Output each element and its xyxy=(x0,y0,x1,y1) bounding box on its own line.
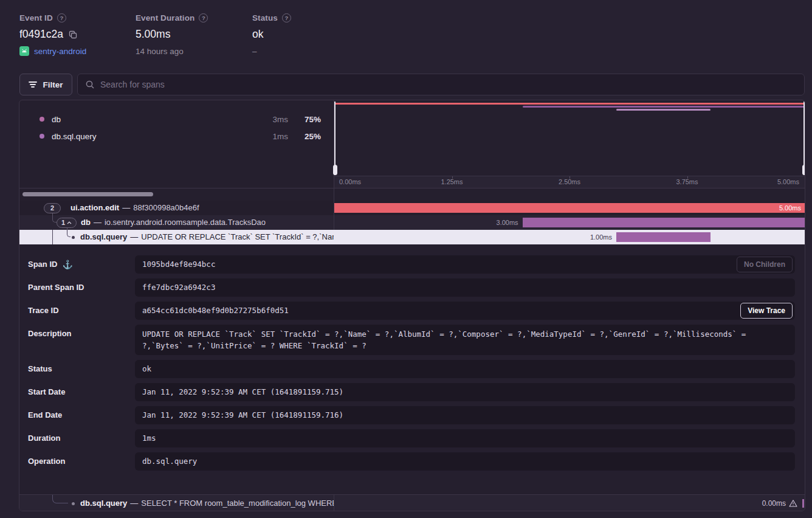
detail-value-duration: 1ms xyxy=(135,429,795,447)
span-tree: 2 ui.action.edit—88f300998a0b4e6f 5.00ms xyxy=(19,201,805,244)
detail-field-description: DescriptionUPDATE OR REPLACE `Track` SET… xyxy=(28,325,795,355)
help-icon[interactable]: ? xyxy=(282,13,291,22)
span-op: db.sql.query xyxy=(80,232,127,241)
tree-node-dot xyxy=(72,502,75,505)
detail-label-trace-id: Trace ID xyxy=(28,302,135,320)
detail-field-end-date: End DateJan 11, 2022 9:52:39 AM CET (164… xyxy=(28,406,795,424)
span-description: 88f300998a0b4e6f xyxy=(133,203,199,212)
project-name: sentry-android xyxy=(34,47,86,56)
span-duration-bar[interactable] xyxy=(616,232,710,242)
event-id-label: Event ID xyxy=(19,13,53,22)
filter-button[interactable]: Filter xyxy=(19,74,72,95)
detail-field-status: Statusok xyxy=(28,360,795,378)
help-icon[interactable]: ? xyxy=(199,13,208,22)
filter-button-label: Filter xyxy=(43,80,63,89)
detail-label-start-date: Start Date xyxy=(28,383,135,401)
axis-label: 1.25ms xyxy=(441,178,463,185)
event-duration-label: Event Duration xyxy=(136,13,194,22)
span-row-ui-action-edit[interactable]: 2 ui.action.edit—88f300998a0b4e6f 5.00ms xyxy=(19,201,805,215)
horizontal-scrollbar[interactable] xyxy=(22,192,153,196)
minimap-span-line xyxy=(334,103,805,105)
trace-minimap[interactable] xyxy=(334,100,805,176)
help-icon[interactable]: ? xyxy=(57,13,66,22)
search-icon xyxy=(85,80,95,89)
span-duration-bar[interactable] xyxy=(523,218,805,227)
detail-field-span-id: Span ID⚓1095bd4ef8e94bccNo Children xyxy=(28,255,795,274)
event-duration-column: Event Duration ? 5.00ms 14 hours ago xyxy=(136,13,208,56)
legend-op-duration: 3ms xyxy=(261,115,288,124)
event-id-value: f0491c2a xyxy=(19,28,63,41)
detail-label-operation: Operation xyxy=(28,452,135,471)
span-description: SELECT * FROM room_table_modification_lo… xyxy=(141,499,334,508)
detail-field-parent-span-id: Parent Span IDffe7dbc92a6942c3 xyxy=(28,278,795,297)
scrollbar-row xyxy=(19,188,805,201)
legend-op-duration: 1ms xyxy=(261,132,288,141)
detail-label-end-date: End Date xyxy=(28,406,135,424)
status-label: Status xyxy=(252,13,278,22)
event-age: 14 hours ago xyxy=(136,47,208,56)
separator: — xyxy=(122,203,130,212)
span-description: io.sentry.android.roomsample.data.Tracks… xyxy=(105,218,266,227)
chevron-up-icon xyxy=(67,221,72,224)
minimap-left-grip[interactable] xyxy=(333,165,337,175)
legend-item-db[interactable]: db 3ms 75% xyxy=(40,111,321,128)
legend-op-percent: 75% xyxy=(295,115,321,124)
project-link[interactable]: sentry-android xyxy=(19,46,86,56)
axis-label: 3.75ms xyxy=(676,178,698,185)
axis-label: 5.00ms xyxy=(777,178,799,185)
event-id-column: Event ID ? f0491c2a xyxy=(19,13,86,56)
span-duration-bar[interactable]: 5.00ms xyxy=(334,203,805,213)
tree-connector xyxy=(67,230,71,237)
span-duration-label: 5.00ms xyxy=(779,203,801,213)
minimap-right-handle[interactable] xyxy=(803,102,805,175)
detail-field-start-date: Start DateJan 11, 2022 9:52:39 AM CET (1… xyxy=(28,383,795,401)
tree-connector xyxy=(52,495,68,503)
legend-op-name: db.sql.query xyxy=(52,132,254,141)
detail-value-end-date: Jan 11, 2022 9:52:39 AM CET (1641891159.… xyxy=(135,406,795,424)
no-children-button[interactable]: No Children xyxy=(737,257,793,272)
detail-field-trace-id: Trace IDa654cc61dc0b48ef9d0b27275b6f0d51… xyxy=(28,302,795,320)
span-duration-label: 3.00ms xyxy=(497,215,518,230)
detail-value-trace-id: a654cc61dc0b48ef9d0b27275b6f0d51 xyxy=(135,302,795,320)
status-sub: – xyxy=(252,47,291,56)
detail-value-description: UPDATE OR REPLACE `Track` SET `TrackId` … xyxy=(135,325,795,355)
search-input[interactable] xyxy=(100,80,804,89)
copy-icon[interactable] xyxy=(69,30,77,39)
time-axis: 0.00ms 1.25ms 2.50ms 3.75ms 5.00ms xyxy=(334,176,805,188)
detail-value-span-id: 1095bd4ef8e94bcc xyxy=(135,255,795,274)
op-breakdown-legend: db 3ms 75% db.sql.query 1ms 25% xyxy=(19,100,334,188)
legend-item-db-sql-query[interactable]: db.sql.query 1ms 25% xyxy=(40,128,321,145)
span-row-db[interactable]: 1 db—io.sentry.android.roomsample.data.T… xyxy=(19,215,805,230)
detail-label-status: Status xyxy=(28,360,135,378)
detail-label-description: Description xyxy=(28,325,135,355)
minimap-span-line xyxy=(616,109,710,111)
separator: — xyxy=(130,232,138,241)
trace-overview: db 3ms 75% db.sql.query 1ms 25% xyxy=(19,100,805,188)
minimap-left-handle[interactable] xyxy=(334,102,335,175)
span-row-db-sql-query-selected[interactable]: db.sql.query—UPDATE OR REPLACE `Track` S… xyxy=(19,230,805,244)
detail-field-operation: Operationdb.sql.query xyxy=(28,452,795,471)
status-value: ok xyxy=(252,28,263,41)
span-duration-label: 0.00ms xyxy=(762,499,786,508)
event-id-label-row: Event ID ? xyxy=(19,13,86,22)
span-row-db-sql-query-select[interactable]: db.sql.query—SELECT * FROM room_table_mo… xyxy=(19,494,805,511)
detail-value-parent-span-id: ffe7dbc92a6942c3 xyxy=(135,278,795,297)
children-count-badge[interactable]: 2 xyxy=(44,203,61,213)
span-op: db.sql.query xyxy=(80,499,127,508)
anchor-icon[interactable]: ⚓ xyxy=(62,255,72,274)
trace-panel: db 3ms 75% db.sql.query 1ms 25% xyxy=(19,100,805,511)
event-duration-value: 5.00ms xyxy=(136,28,170,41)
legend-dot xyxy=(40,117,44,122)
minimap-right-grip[interactable] xyxy=(802,165,806,175)
view-trace-button[interactable]: View Trace xyxy=(740,303,793,319)
legend-dot xyxy=(40,134,44,139)
legend-op-name: db xyxy=(52,115,254,124)
detail-label-parent-span-id: Parent Span ID xyxy=(28,278,135,297)
children-count-badge[interactable]: 1 xyxy=(57,218,77,228)
span-op: db xyxy=(81,218,91,227)
span-details: Span ID⚓1095bd4ef8e94bccNo ChildrenParen… xyxy=(19,244,805,494)
span-duration-label: 1.00ms xyxy=(590,230,612,244)
separator: — xyxy=(94,218,102,227)
detail-label-span-id: Span ID⚓ xyxy=(28,255,135,274)
status-column: Status ? ok – xyxy=(252,13,291,56)
